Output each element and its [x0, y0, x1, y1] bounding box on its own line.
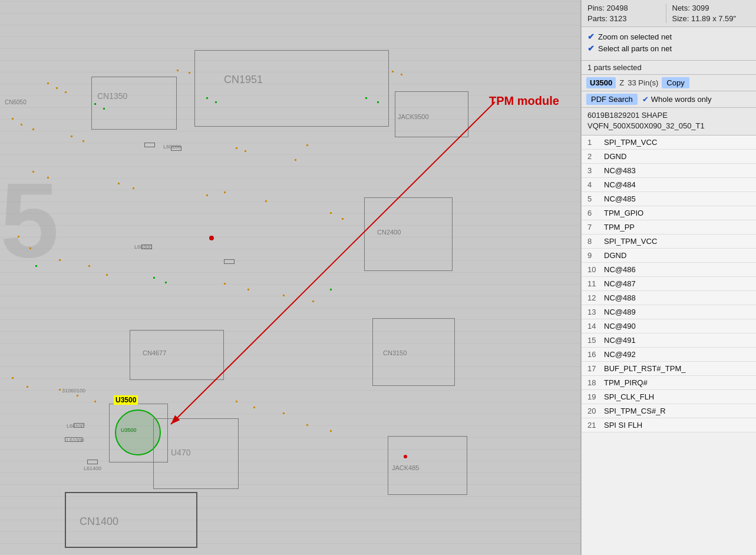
- pin-row[interactable]: 19SPI_CLK_FLH: [582, 390, 756, 404]
- parts-selected-text: 1 parts selected: [587, 63, 642, 72]
- select-option-label: Select all parts on net: [598, 44, 672, 53]
- pin-name: SPI_TPM_VCC: [604, 237, 657, 246]
- jack485-outline: [388, 436, 467, 495]
- smd-comp: [65, 437, 82, 442]
- pin-name: TPM_PIRQ#: [604, 378, 648, 387]
- zoom-checkmark: ✔: [587, 32, 595, 41]
- pin-row[interactable]: 3NC@483: [582, 164, 756, 178]
- pin-number: 12: [587, 293, 604, 302]
- pin-row[interactable]: 15NC@491: [582, 333, 756, 348]
- shape-line2: VQFN_500X500X090_32_050_T1: [587, 121, 750, 131]
- smd-comp: [224, 259, 235, 264]
- size-stat: Size: 11.89 x 7.59": [672, 14, 751, 23]
- pin-row[interactable]: 8SPI_TPM_VCC: [582, 234, 756, 249]
- pin-list[interactable]: 1SPI_TPM_VCC2DGND3NC@4834NC@4845NC@4856T…: [582, 136, 756, 555]
- whole-words-checkmark: ✔: [642, 95, 649, 104]
- smd-comp: [87, 460, 98, 464]
- pin-row[interactable]: 7TPM_PP: [582, 220, 756, 234]
- pin-number: 4: [587, 180, 604, 189]
- tpm-module-label: TPM module: [489, 94, 559, 108]
- pin-row[interactable]: 6TPM_GPIO: [582, 206, 756, 220]
- pin-row[interactable]: 21SPI SI FLH: [582, 418, 756, 432]
- pin-name: DGND: [604, 152, 626, 161]
- pin-row[interactable]: 20SPI_TPM_CS#_R: [582, 404, 756, 418]
- component-id-badge[interactable]: U3500: [586, 77, 616, 88]
- ic-label-1: 31060100: [62, 388, 85, 394]
- pin-number: 2: [587, 152, 604, 161]
- pin-name: NC@486: [604, 265, 636, 274]
- pin-number: 13: [587, 308, 604, 316]
- pin-name: NC@487: [604, 279, 636, 288]
- pcb-canvas: 5 CN1951 CN1350 CN6050 JACK9500 CN2400 C…: [0, 0, 580, 555]
- cn4677-outline: [130, 330, 224, 380]
- l61400-label: L61400: [84, 465, 101, 471]
- pin-row[interactable]: 5NC@485: [582, 192, 756, 206]
- pin-row[interactable]: 2DGND: [582, 150, 756, 164]
- jack9500-outline: [395, 91, 468, 137]
- pin-number: 21: [587, 421, 604, 430]
- pins-value: 20498: [607, 4, 628, 12]
- shape-info: 6019B1829201 SHAPE VQFN_500X500X090_32_0…: [582, 108, 756, 136]
- pin-number: 7: [587, 223, 604, 232]
- pin-row[interactable]: 4NC@484: [582, 178, 756, 192]
- cn2400-outline: [364, 197, 453, 271]
- nets-value: 3099: [692, 4, 709, 12]
- pin-number: 18: [587, 378, 604, 387]
- pin-name: NC@491: [604, 336, 636, 345]
- pin-number: 5: [587, 194, 604, 203]
- copy-button[interactable]: Copy: [662, 77, 689, 88]
- parts-stat: Parts: 3123: [587, 14, 666, 23]
- pin-row[interactable]: 17BUF_PLT_RST#_TPM_: [582, 362, 756, 376]
- pin-number: 14: [587, 322, 604, 331]
- pin-row[interactable]: 18TPM_PIRQ#: [582, 376, 756, 390]
- pin-name: NC@484: [604, 180, 636, 189]
- pin-row[interactable]: 11NC@487: [582, 277, 756, 291]
- pin-name: TPM_GPIO: [604, 209, 643, 217]
- pin-name: NC@490: [604, 322, 636, 331]
- pin-row[interactable]: 13NC@489: [582, 305, 756, 319]
- pin-number: 20: [587, 407, 604, 415]
- parts-value: 3123: [610, 14, 627, 23]
- whole-words-row[interactable]: ✔ Whole words only: [642, 95, 712, 104]
- parts-label: Parts:: [587, 14, 610, 23]
- pin-number: 16: [587, 350, 604, 359]
- pin-number: 19: [587, 392, 604, 401]
- zoom-option-label: Zoom on selected net: [598, 32, 672, 41]
- stats-col-right: Nets: 3099 Size: 11.89 x 7.59": [666, 4, 751, 23]
- shape-line1: 6019B1829201 SHAPE: [587, 110, 750, 121]
- stats-bar: Pins: 20498 Parts: 3123 Nets: 3099 Size:…: [582, 0, 756, 27]
- smd-comp: [171, 146, 181, 151]
- pin-name: TPM_PP: [604, 223, 635, 232]
- pin-name: BUF_PLT_RST#_TPM_: [604, 364, 685, 373]
- pin-number: 9: [587, 251, 604, 260]
- stats-col-left: Pins: 20498 Parts: 3123: [587, 4, 666, 23]
- smd-comp: [141, 245, 152, 249]
- pin-number: 8: [587, 237, 604, 246]
- pin-name: NC@488: [604, 293, 636, 302]
- cn1350-outline: [91, 77, 177, 130]
- u3500-badge: U3500: [114, 395, 138, 405]
- smd-comp: [74, 423, 84, 428]
- pin-row[interactable]: 1SPI_TPM_VCC: [582, 136, 756, 150]
- pdf-search-button[interactable]: PDF Search: [586, 94, 638, 105]
- pin-number: 3: [587, 166, 604, 175]
- pin-row[interactable]: 12NC@488: [582, 291, 756, 305]
- pin-row[interactable]: 10NC@486: [582, 263, 756, 277]
- pin-row[interactable]: 9DGND: [582, 249, 756, 263]
- cn3150-outline: [372, 318, 455, 386]
- pin-row[interactable]: 14NC@490: [582, 319, 756, 333]
- pins-stat: Pins: 20498: [587, 4, 666, 12]
- nets-label: Nets:: [672, 4, 692, 12]
- pin-name: SPI SI FLH: [604, 421, 642, 430]
- pin-number: 10: [587, 265, 604, 274]
- pcb-canvas-area[interactable]: 5 CN1951 CN1350 CN6050 JACK9500 CN2400 C…: [0, 0, 581, 555]
- options-area: ✔ Zoom on selected net ✔ Select all part…: [582, 27, 756, 61]
- zoom-option-row[interactable]: ✔ Zoom on selected net: [587, 32, 750, 41]
- right-panel: Pins: 20498 Parts: 3123 Nets: 3099 Size:…: [581, 0, 756, 555]
- cn1951-outline: [194, 50, 389, 127]
- pin-number: 15: [587, 336, 604, 345]
- pin-number: 11: [587, 279, 604, 288]
- select-option-row[interactable]: ✔ Select all parts on net: [587, 44, 750, 53]
- pin-row[interactable]: 16NC@492: [582, 348, 756, 362]
- watermark-5: 5: [0, 159, 59, 281]
